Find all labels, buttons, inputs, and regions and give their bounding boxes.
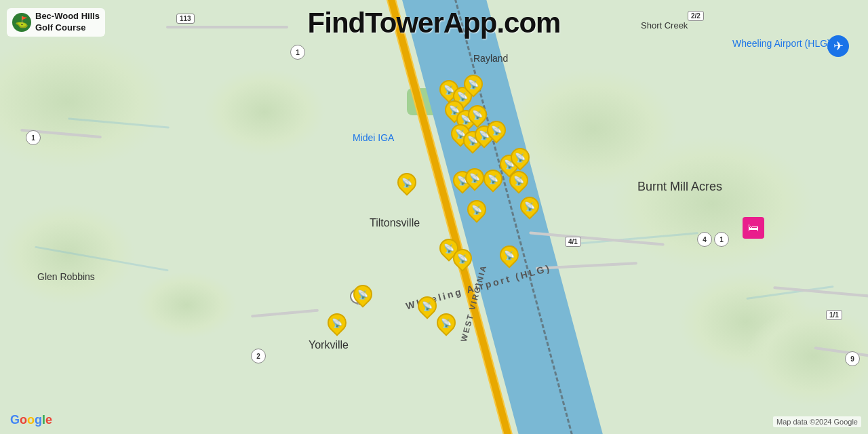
map-container: Wheeling Airport (HLG) WEST VIRGINIA Fin…: [0, 0, 868, 434]
tower-marker-14[interactable]: 📡: [465, 168, 484, 193]
tower-marker-26[interactable]: 📡: [328, 313, 347, 338]
airport-marker[interactable]: ✈: [827, 35, 849, 57]
tower-marker-12[interactable]: 📡: [511, 148, 530, 172]
hotel-marker[interactable]: 🛏: [743, 217, 764, 239]
road-badge-1-left: 1: [26, 130, 41, 145]
golf-course-info: ⛳ Bec-Wood Hills Golf Course: [7, 8, 105, 37]
road-rt113: [166, 26, 288, 28]
golf-icon: ⛳: [12, 13, 31, 32]
terrain-hill: [136, 271, 237, 339]
tower-marker-10[interactable]: 📡: [487, 121, 506, 145]
road-badge-1-top: 1: [290, 45, 305, 60]
road-badge-4: 4: [697, 232, 712, 247]
tower-marker-17[interactable]: 📡: [397, 173, 416, 197]
golf-course-label: Bec-Wood Hills Golf Course: [35, 11, 100, 34]
road-badge-11: 1/1: [826, 310, 842, 320]
tower-marker-25[interactable]: 📡: [437, 313, 456, 338]
terrain-hill: [0, 203, 136, 305]
tower-marker-24[interactable]: 📡: [418, 296, 437, 321]
tower-marker-3[interactable]: 📡: [464, 75, 483, 99]
road-badge-9: 9: [845, 351, 860, 366]
road-badge-1-right: 1: [714, 232, 729, 247]
tower-marker-23[interactable]: 📡: [353, 285, 372, 309]
tower-marker-19[interactable]: 📡: [467, 200, 486, 224]
tower-marker-21[interactable]: 📡: [453, 249, 472, 273]
site-title: FindTowerApp.com: [308, 7, 561, 39]
tower-marker-15[interactable]: 📡: [484, 170, 502, 194]
tower-marker-22[interactable]: 📡: [500, 245, 519, 270]
road-badge-113: 113: [176, 14, 195, 24]
golf-name-line1: Bec-Wood Hills: [35, 11, 100, 22]
road-badge-2: 2: [251, 349, 266, 363]
road-badge-22: 2/2: [688, 11, 704, 21]
road-badge-41: 4/1: [565, 237, 581, 247]
golf-name-line2: Golf Course: [35, 22, 100, 34]
map-attribution: Map data ©2024 Google: [773, 416, 861, 427]
terrain-hill: [203, 68, 326, 156]
tower-marker-16[interactable]: 📡: [509, 171, 528, 195]
tower-marker-18[interactable]: 📡: [520, 197, 539, 221]
google-logo: Google: [10, 413, 52, 427]
terrain-hill: [610, 136, 814, 271]
